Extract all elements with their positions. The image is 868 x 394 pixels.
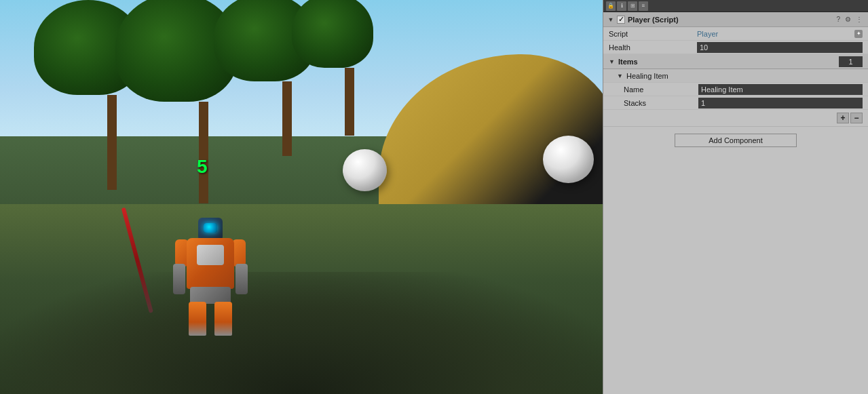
items-foldout-icon[interactable]: ▼ <box>609 58 618 65</box>
score-display: 5 <box>197 156 208 178</box>
script-file-icon: ✦ <box>854 30 863 38</box>
stacks-row: Stacks <box>603 96 868 110</box>
health-value-input[interactable] <box>697 42 863 53</box>
script-name-link[interactable]: Player <box>697 30 718 38</box>
add-component-button[interactable]: Add Component <box>675 134 797 147</box>
character-visor <box>204 223 217 233</box>
component-title: Player (Script) <box>628 16 832 24</box>
toolbar-layout-icon[interactable]: ⊞ <box>628 1 637 11</box>
component-foldout-icon[interactable]: ▼ <box>607 16 614 23</box>
panel-toolbar: 🔒 ℹ ⊞ ≡ <box>603 0 868 12</box>
health-row: Health <box>603 41 868 54</box>
stacks-value-input[interactable] <box>698 98 863 109</box>
inspector-panel: 🔒 ℹ ⊞ ≡ ▼ ✓ Player (Script) ? ⚙ ⋮ Script… <box>603 0 868 394</box>
name-value-input[interactable] <box>698 84 863 95</box>
script-row: Script Player ✦ <box>603 27 868 41</box>
component-enable-checkbox[interactable]: ✓ <box>617 16 625 24</box>
component-settings-icon[interactable]: ⚙ <box>844 15 852 24</box>
character-shoulder-right <box>232 239 246 267</box>
tree-4 <box>326 0 373 136</box>
array-add-button[interactable]: + <box>837 113 849 123</box>
component-menu-icons: ? ⚙ ⋮ <box>835 15 864 24</box>
array-remove-button[interactable]: − <box>850 113 863 123</box>
character-arm-left <box>173 264 185 294</box>
character-torso <box>187 238 234 289</box>
name-label: Name <box>624 85 698 94</box>
script-label: Script <box>609 30 697 38</box>
character-arm-right <box>235 264 248 294</box>
array-controls: + − <box>603 110 868 127</box>
character-leg-left <box>189 302 206 336</box>
toolbar-info-icon[interactable]: ℹ <box>617 1 626 11</box>
healing-item-header: ▼ Healing Item <box>603 69 868 83</box>
items-count-input[interactable] <box>839 56 863 67</box>
character-head <box>198 218 223 239</box>
component-help-icon[interactable]: ? <box>835 15 842 24</box>
ground-path <box>0 272 603 394</box>
component-overflow-icon[interactable]: ⋮ <box>854 15 864 24</box>
items-section-header: ▼ Items <box>603 54 868 69</box>
toolbar-menu-icon[interactable]: ≡ <box>639 1 648 11</box>
toolbar-lock-icon[interactable]: 🔒 <box>606 1 616 11</box>
sphere-right <box>543 136 594 183</box>
add-component-area: Add Component <box>603 127 868 154</box>
player-character <box>170 204 251 340</box>
character-leg-right <box>214 302 232 336</box>
character-torso-detail <box>197 245 224 265</box>
sphere-middle <box>343 149 387 191</box>
component-header: ▼ ✓ Player (Script) ? ⚙ ⋮ <box>603 12 868 27</box>
healing-item-label: Healing Item <box>626 72 668 80</box>
items-label: Items <box>618 58 839 66</box>
health-label: Health <box>609 43 697 52</box>
script-value-container: Player ✦ <box>697 30 863 38</box>
name-row: Name <box>603 83 868 96</box>
game-viewport: 5 <box>0 0 603 394</box>
stacks-label: Stacks <box>624 99 698 107</box>
healing-item-foldout-icon[interactable]: ▼ <box>617 73 626 79</box>
